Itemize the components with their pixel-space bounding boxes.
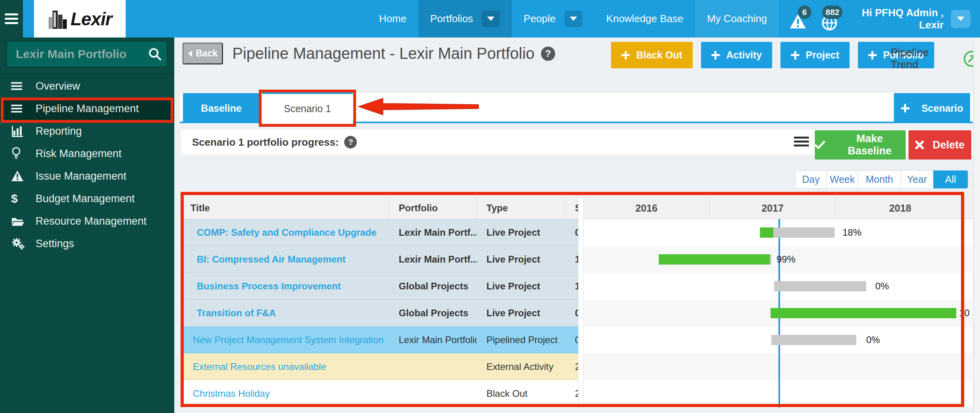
nav-home-label: Home [379, 13, 406, 25]
table-row[interactable]: Business Process Improvement Global Proj… [181, 273, 578, 300]
sidebar-item-pipeline-management[interactable]: Pipeline Management [0, 98, 174, 120]
range-button-all[interactable]: All [933, 171, 968, 188]
column-header-start[interactable]: Sta [565, 197, 578, 219]
row-portfolio: Lexir Main Portf... [389, 219, 477, 246]
gantt-bar[interactable] [774, 281, 866, 291]
chevron-down-icon [957, 17, 964, 21]
sidebar-item-reporting[interactable]: Reporting [0, 120, 174, 143]
gantt-bar[interactable] [771, 308, 956, 318]
bar-progress-label: 0% [866, 334, 880, 345]
sidebar-item-budget-management[interactable]: $ Budget Management [0, 188, 174, 210]
pipeline-table-panel: Title Portfolio Type Sta COMP: Safety an… [181, 197, 973, 407]
column-header-portfolio[interactable]: Portfolio [389, 197, 477, 219]
column-header-type[interactable]: Type [477, 197, 565, 219]
add-project-button[interactable]: Project [780, 42, 850, 68]
lexir-logo[interactable]: Lexir [34, 0, 126, 38]
top-navbar: Lexir Home Portfolios People Knowledge B… [0, 0, 980, 38]
gantt-year-2016: 2016 [584, 197, 710, 219]
people-dropdown-caret[interactable] [564, 11, 582, 27]
row-type: Live Project [477, 273, 565, 299]
row-title-link[interactable]: External Resources unavailable [193, 361, 326, 372]
table-gantt-divider[interactable] [578, 197, 584, 407]
sidebar-item-risk-management[interactable]: Risk Management [0, 143, 174, 165]
sidebar-item-settings[interactable]: Settings [0, 233, 174, 255]
table-row[interactable]: Christmas Holiday Black Out 25 [181, 380, 578, 407]
row-start: 25 [565, 380, 578, 407]
page-title-text: Pipeline Management - Lexir Main Portfol… [232, 45, 535, 62]
add-activity-button[interactable]: Activity [701, 42, 772, 68]
hamburger-menu-button[interactable] [0, 0, 23, 38]
portfolios-dropdown-caret[interactable] [482, 11, 500, 27]
tab-scenario-1[interactable]: Scenario 1 [262, 92, 353, 123]
row-title-link[interactable]: New Project Management System Integratio… [193, 334, 384, 345]
gantt-year-2017: 2017 [710, 197, 836, 219]
bar-remaining-segment [771, 335, 856, 345]
page-scrollbar[interactable] [973, 38, 980, 413]
row-portfolio: Lexir Main Portf... [389, 246, 477, 272]
progress-help-icon[interactable]: ? [344, 136, 357, 148]
row-type: Live Project [477, 219, 565, 246]
user-greeting-line2: Lexir [862, 19, 944, 31]
row-title-link[interactable]: Transition of F&A [197, 308, 276, 319]
back-button[interactable]: Back [183, 43, 223, 64]
back-label: Back [196, 48, 218, 59]
delete-button[interactable]: Delete [908, 130, 971, 160]
range-button-day[interactable]: Day [795, 171, 826, 188]
portfolio-search-input[interactable] [7, 47, 143, 61]
user-greeting: Hi PFHQ Admin , Lexir [862, 7, 944, 31]
alerts-button[interactable]: 6 [789, 7, 809, 31]
sidebar: Overview Pipeline Management Reporting R… [0, 38, 174, 413]
user-dropdown-button[interactable] [951, 10, 971, 28]
sidebar-item-overview[interactable]: Overview [0, 75, 174, 98]
row-portfolio: Global Projects [389, 273, 477, 299]
row-portfolio: Lexir Main Portfolio [389, 327, 477, 353]
nav-item-portfolios[interactable]: Portfolios [418, 0, 512, 38]
nav-menu: Home Portfolios People Knowledge Base My… [367, 0, 980, 38]
row-title-link[interactable]: COMP: Safety and Compliance Upgrade [197, 227, 377, 238]
row-title-link[interactable]: Business Process Improvement [197, 281, 341, 292]
search-button[interactable] [143, 47, 167, 61]
row-title-link[interactable]: Christmas Holiday [193, 388, 270, 399]
gantt-year-header: 2016 2017 2018 [584, 197, 973, 219]
nav-item-people[interactable]: People [512, 0, 594, 38]
gantt-bar[interactable] [760, 227, 835, 238]
column-header-title[interactable]: Title [181, 197, 389, 219]
range-button-year[interactable]: Year [901, 171, 933, 188]
table-row[interactable]: New Project Management System Integratio… [181, 327, 578, 353]
sidebar-item-resource-management[interactable]: Resource Management [0, 210, 174, 233]
nav-item-knowledge-base[interactable]: Knowledge Base [594, 0, 695, 38]
sidebar-item-label: Overview [36, 80, 80, 92]
help-icon[interactable]: ? [541, 47, 555, 61]
nav-item-home[interactable]: Home [367, 0, 418, 38]
tab-baseline[interactable]: Baseline [183, 93, 260, 123]
table-row[interactable]: COMP: Safety and Compliance Upgrade Lexi… [181, 219, 578, 246]
bar-progress-label: 0% [875, 281, 889, 292]
chart-menu-button[interactable] [794, 137, 809, 139]
bar-progress-label: 18% [842, 227, 861, 238]
row-start: 01 [565, 219, 578, 246]
range-button-week[interactable]: Week [826, 171, 858, 188]
add-blackout-button[interactable]: Black Out [611, 42, 693, 68]
bar-progress-label: 10 [959, 308, 970, 319]
table-row[interactable]: BI: Compressed Air Management Lexir Main… [181, 246, 578, 273]
gantt-chart: 2016 2017 2018 18% 9 [584, 197, 973, 407]
pipeline-trend-label: Pipeline Trend [891, 47, 953, 71]
table-row[interactable]: External Resources unavailable External … [181, 353, 578, 380]
nav-knowledge-base-label: Knowledge Base [606, 13, 683, 25]
gantt-bar[interactable] [659, 254, 771, 265]
plus-icon [621, 51, 630, 60]
notifications-button[interactable]: 882 [820, 7, 848, 31]
scenario-tabbar: Baseline Scenario 1 Scenario [180, 93, 973, 123]
nav-item-my-coaching[interactable]: My Coaching [695, 0, 779, 38]
gantt-bar[interactable] [771, 335, 856, 345]
sidebar-item-label: Budget Management [36, 193, 135, 205]
table-row[interactable]: Transition of F&A Global Projects Live P… [181, 300, 578, 327]
make-baseline-button[interactable]: Make Baseline [815, 130, 906, 160]
bar-remaining-segment [770, 254, 771, 265]
add-scenario-button[interactable]: Scenario [894, 93, 970, 123]
range-button-month[interactable]: Month [858, 171, 901, 188]
sidebar-item-label: Resource Management [36, 215, 147, 227]
time-range-group: Day Week Month Year All [795, 170, 968, 189]
sidebar-item-issue-management[interactable]: Issue Management [0, 165, 174, 188]
row-title-link[interactable]: BI: Compressed Air Management [197, 254, 346, 265]
